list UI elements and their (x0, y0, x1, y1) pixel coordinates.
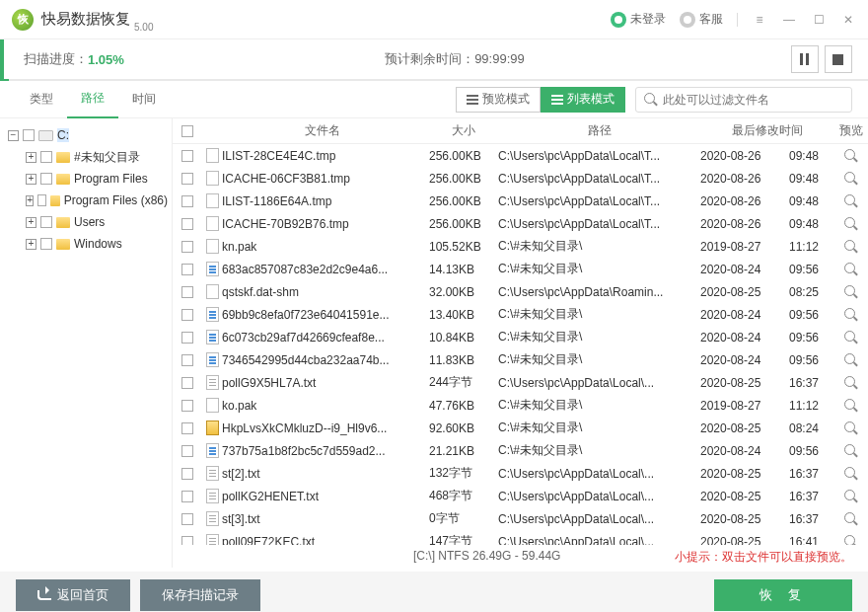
app-version: 5.00 (134, 22, 153, 33)
tab-time[interactable]: 时间 (118, 81, 170, 118)
col-mtime[interactable]: 最后修改时间 (700, 122, 833, 139)
expand-icon[interactable]: + (26, 174, 36, 185)
preview-icon[interactable] (844, 149, 857, 162)
row-checkbox[interactable] (181, 513, 193, 525)
search-box[interactable] (635, 87, 852, 113)
expand-icon[interactable]: + (26, 152, 36, 163)
save-scan-button[interactable]: 保存扫描记录 (140, 579, 260, 611)
tree-node[interactable]: +Program Files (x86) (4, 190, 168, 211)
preview-icon[interactable] (844, 172, 857, 185)
back-button[interactable]: 返回首页 (16, 579, 130, 611)
expand-icon[interactable]: + (26, 217, 36, 228)
tree-node[interactable]: +Users (4, 211, 168, 233)
recover-button[interactable]: 恢 复 (714, 579, 852, 611)
file-row[interactable]: st[2].txt132字节C:\Users\pc\AppData\Local\… (173, 462, 868, 485)
checkbox[interactable] (40, 173, 52, 185)
row-checkbox[interactable] (181, 445, 193, 457)
checkbox[interactable] (40, 216, 52, 228)
menu-button[interactable]: ≡ (748, 8, 771, 32)
file-row[interactable]: kn.pak105.52KBC:\#未知父目录\2019-08-2711:12 (173, 235, 868, 258)
row-checkbox[interactable] (181, 400, 193, 412)
expand-icon[interactable]: + (26, 195, 34, 206)
stop-button[interactable] (825, 45, 852, 73)
row-checkbox[interactable] (181, 264, 193, 275)
checkbox[interactable] (40, 238, 52, 250)
preview-icon[interactable] (844, 535, 857, 545)
preview-icon[interactable] (844, 512, 857, 525)
file-row[interactable]: ILIST-28CE4E4C.tmp256.00KBC:\Users\pc\Ap… (173, 144, 868, 167)
tree-node[interactable]: +#未知父目录 (4, 146, 168, 168)
row-checkbox[interactable] (181, 468, 193, 480)
checkbox[interactable] (23, 129, 35, 141)
file-row[interactable]: ILIST-1186E64A.tmp256.00KBC:\Users\pc\Ap… (173, 190, 868, 212)
preview-icon[interactable] (844, 194, 857, 207)
preview-icon[interactable] (844, 444, 857, 457)
row-checkbox[interactable] (181, 195, 193, 207)
pause-button[interactable] (791, 45, 819, 73)
login-link[interactable]: 未登录 (607, 9, 670, 30)
file-row[interactable]: HkpLvsXkCMkluzD--i9_Hl9v6...92.60KBC:\#未… (173, 417, 868, 439)
preview-icon[interactable] (844, 421, 857, 434)
preview-icon[interactable] (844, 399, 857, 412)
file-row[interactable]: 737b75a1b8f2bc5c7d559ad2...21.21KBC:\#未知… (173, 439, 868, 462)
file-row[interactable]: ko.pak47.76KBC:\#未知父目录\2019-08-2711:12 (173, 394, 868, 417)
file-row[interactable]: 69bb9c8efa0f723e64041591e...13.40KBC:\#未… (173, 303, 868, 326)
row-checkbox[interactable] (181, 354, 193, 366)
row-checkbox[interactable] (181, 491, 193, 502)
tree-node[interactable]: +Program Files (4, 168, 168, 190)
row-checkbox[interactable] (181, 286, 193, 298)
tab-path[interactable]: 路径 (67, 81, 118, 118)
expand-icon[interactable]: + (26, 239, 36, 250)
row-checkbox[interactable] (181, 332, 193, 344)
checkbox[interactable] (40, 151, 52, 163)
preview-icon[interactable] (844, 353, 857, 366)
row-checkbox[interactable] (181, 309, 193, 321)
preview-mode-button[interactable]: 预览模式 (456, 87, 541, 113)
row-checkbox[interactable] (181, 173, 193, 185)
file-row[interactable]: ICACHE-70B92B76.tmp256.00KBC:\Users\pc\A… (173, 212, 868, 235)
file-row[interactable]: pollKG2HENET.txt468字节C:\Users\pc\AppData… (173, 485, 868, 507)
preview-icon[interactable] (844, 308, 857, 321)
support-link[interactable]: 客服 (676, 9, 727, 30)
file-row[interactable]: st[3].txt0字节C:\Users\pc\AppData\Local\..… (173, 507, 868, 530)
file-row[interactable]: qstskf.dat-shm32.00KBC:\Users\pc\AppData… (173, 280, 868, 303)
preview-icon[interactable] (844, 240, 857, 253)
file-row[interactable]: poll09E72KEC.txt147字节C:\Users\pc\AppData… (173, 530, 868, 545)
tab-type[interactable]: 类型 (16, 81, 67, 118)
list-mode-button[interactable]: 列表模式 (541, 87, 625, 113)
row-checkbox[interactable] (181, 422, 193, 434)
preview-icon[interactable] (844, 285, 857, 298)
col-size[interactable]: 大小 (429, 122, 498, 139)
collapse-icon[interactable]: − (8, 130, 19, 141)
row-checkbox[interactable] (181, 377, 193, 389)
close-button[interactable]: ✕ (836, 8, 860, 32)
file-row[interactable]: 683ac857087c83e2d2c9e4a6...14.13KBC:\#未知… (173, 258, 868, 280)
search-input[interactable] (663, 93, 843, 107)
file-size: 92.60KB (429, 421, 498, 435)
tree-node[interactable]: +Windows (4, 233, 168, 255)
minimize-button[interactable]: — (777, 8, 801, 32)
folder-tree[interactable]: − C: +#未知父目录+Program Files+Program Files… (0, 118, 173, 568)
preview-icon[interactable] (844, 263, 857, 275)
checkbox[interactable] (37, 194, 46, 206)
row-checkbox[interactable] (181, 241, 193, 253)
tree-root[interactable]: − C: (4, 124, 168, 146)
maximize-button[interactable]: ☐ (807, 8, 831, 32)
preview-icon[interactable] (844, 331, 857, 344)
preview-icon[interactable] (844, 217, 857, 230)
row-checkbox[interactable] (181, 150, 193, 162)
row-checkbox[interactable] (181, 536, 193, 546)
col-name[interactable]: 文件名 (222, 122, 429, 139)
col-path[interactable]: 路径 (498, 122, 700, 139)
file-row[interactable]: ICACHE-06CF3B81.tmp256.00KBC:\Users\pc\A… (173, 167, 868, 190)
preview-icon[interactable] (844, 376, 857, 389)
file-row[interactable]: pollG9X5HL7A.txt244字节C:\Users\pc\AppData… (173, 371, 868, 394)
file-path: C:\Users\pc\AppData\Local\T... (498, 194, 700, 208)
file-row[interactable]: 7346542995d44cba232aa74b...11.83KBC:\#未知… (173, 348, 868, 371)
file-date: 2020-08-24 (700, 444, 789, 458)
preview-icon[interactable] (844, 467, 857, 480)
preview-icon[interactable] (844, 490, 857, 502)
select-all-checkbox[interactable] (181, 125, 193, 137)
file-row[interactable]: 6c073cb29af7d42669cfeaf8e...10.84KBC:\#未… (173, 326, 868, 348)
row-checkbox[interactable] (181, 218, 193, 230)
